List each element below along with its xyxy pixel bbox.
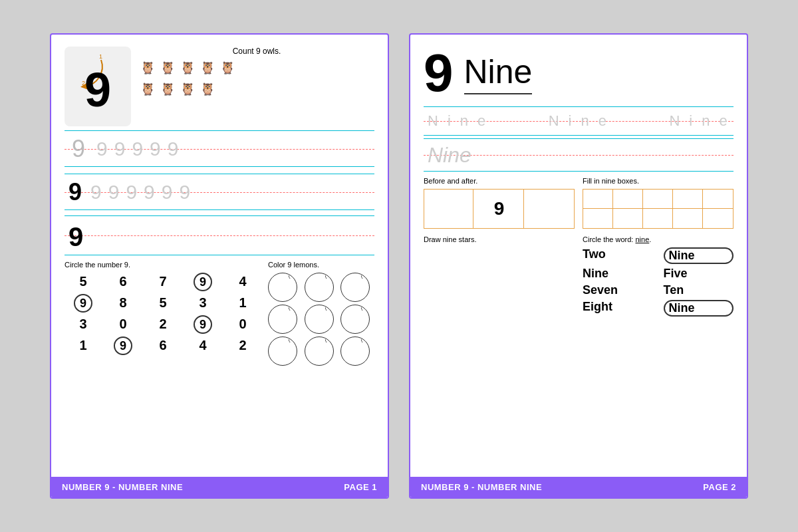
solid-nine: 9 bbox=[68, 178, 82, 206]
word-nine-2: Nine bbox=[583, 267, 653, 281]
fill-box-7 bbox=[613, 209, 643, 228]
num-3: 3 bbox=[184, 294, 221, 313]
ba-nine: 9 bbox=[494, 198, 505, 219]
word-nine-1: Nine bbox=[664, 247, 734, 264]
page1-footer-right: PAGE 1 bbox=[344, 482, 377, 492]
stars-area bbox=[424, 247, 575, 301]
trace-row-1: 9 9 9 9 9 9 bbox=[65, 130, 374, 167]
num-4-r4: 4 bbox=[184, 336, 221, 355]
circle-word-underlined: nine bbox=[635, 235, 649, 243]
lemon-6 bbox=[340, 305, 370, 334]
page1-footer-left: NUMBER 9 - NUMBER NINE bbox=[62, 482, 183, 492]
before-after-boxes: 9 bbox=[424, 189, 575, 229]
ba-box-before bbox=[424, 190, 473, 228]
num-3-r3: 3 bbox=[65, 315, 102, 334]
circle-word-label: Circle the word: nine. bbox=[583, 235, 733, 243]
p2-bottom-section: Draw nine stars. Circle the word: nine. … bbox=[424, 235, 733, 317]
owl-9: 🦉 bbox=[199, 80, 216, 98]
words-grid: Two Nine Nine Five Seven Ten Eight Nine bbox=[583, 247, 733, 317]
large-nine-digit: 9 bbox=[84, 63, 111, 117]
practice-line: 9 bbox=[65, 215, 374, 255]
owl-1: 🦉 bbox=[139, 59, 156, 77]
dotted-nine-4: 9 bbox=[132, 138, 143, 160]
circle-word-section: Circle the word: nine. Two Nine Nine Fiv… bbox=[583, 235, 733, 317]
bottom-section: Circle the number 9. 5 6 7 9 4 9 8 5 3 1 bbox=[65, 261, 374, 366]
page2-footer-left: NUMBER 9 - NUMBER NINE bbox=[421, 482, 542, 492]
page2-content: 9 Nine Nine Nine Nine Nine Before bbox=[410, 35, 747, 477]
color-lemons-label: Color 9 lemons. bbox=[268, 261, 374, 269]
p2-trace-line-2: Nine bbox=[424, 138, 733, 172]
p2-middle-section: Before and after. 9 Fill in nine boxes. bbox=[424, 177, 733, 229]
num-8: 8 bbox=[104, 294, 142, 313]
fill-boxes-label: Fill in nine boxes. bbox=[583, 177, 733, 185]
fill-box-2 bbox=[613, 190, 643, 209]
num-1-r4: 1 bbox=[65, 336, 102, 355]
num-9-r4: 9 bbox=[114, 336, 132, 355]
owl-3: 🦉 bbox=[179, 59, 196, 77]
fill-box-5 bbox=[703, 190, 733, 209]
dotted-nine-3: 9 bbox=[114, 138, 126, 160]
page1-content: 1 2 9 Count 9 owls. 🦉 🦉 🦉 🦉 🦉 🦉 bbox=[51, 35, 388, 477]
owl-2: 🦉 bbox=[159, 59, 176, 77]
word-seven: Seven bbox=[583, 283, 653, 297]
fill-boxes-grid bbox=[583, 189, 733, 229]
ba-box-center: 9 bbox=[475, 190, 524, 228]
num-5-r2: 5 bbox=[144, 294, 182, 313]
lemon-4 bbox=[268, 305, 297, 334]
lemon-7 bbox=[268, 336, 297, 366]
p2-trace-nine-row: Nine Nine Nine bbox=[428, 112, 737, 130]
before-after-section: Before and after. 9 bbox=[424, 177, 575, 229]
dotted-nine-5: 9 bbox=[150, 138, 161, 160]
ba-box-after bbox=[525, 190, 574, 228]
p2-empty-line: Nine Nine Nine bbox=[424, 106, 733, 136]
fill-box-8 bbox=[643, 209, 673, 228]
p2-trace-block: Nine Nine Nine Nine bbox=[424, 106, 733, 172]
lemon-8 bbox=[305, 336, 334, 366]
word-five: Five bbox=[664, 267, 734, 281]
circle-numbers-section: Circle the number 9. 5 6 7 9 4 9 8 5 3 1 bbox=[65, 261, 261, 366]
owls-grid: 🦉 🦉 🦉 🦉 🦉 🦉 🦉 🦉 🦉 bbox=[139, 59, 374, 100]
num-9-r3: 9 bbox=[194, 315, 212, 334]
circle-numbers-label: Circle the number 9. bbox=[65, 261, 261, 269]
num-6: 6 bbox=[104, 273, 142, 291]
fill-box-4 bbox=[673, 190, 703, 209]
lemon-2 bbox=[305, 273, 334, 302]
num-4: 4 bbox=[224, 273, 261, 291]
lemon-1 bbox=[268, 273, 297, 302]
lemon-5 bbox=[305, 305, 334, 334]
dotted-nine-2: 9 bbox=[96, 138, 108, 160]
fill-boxes-section: Fill in nine boxes. bbox=[583, 177, 733, 229]
svg-text:1: 1 bbox=[99, 53, 102, 60]
draw-stars-label: Draw nine stars. bbox=[424, 235, 575, 243]
fill-box-1 bbox=[583, 190, 613, 209]
lemon-3 bbox=[340, 273, 370, 302]
pages-container: 1 2 9 Count 9 owls. 🦉 🦉 🦉 🦉 🦉 🦉 bbox=[23, 7, 775, 525]
num-0-r3: 0 bbox=[224, 315, 261, 334]
num-7: 7 bbox=[144, 273, 182, 291]
num-2-r4: 2 bbox=[224, 336, 261, 355]
draw-stars-section: Draw nine stars. bbox=[424, 235, 575, 317]
fill-box-6 bbox=[583, 209, 613, 228]
page1-footer: NUMBER 9 - NUMBER NINE PAGE 1 bbox=[51, 477, 388, 497]
before-after-label: Before and after. bbox=[424, 177, 575, 185]
page2-footer-right: PAGE 2 bbox=[703, 482, 736, 492]
owl-7: 🦉 bbox=[159, 80, 176, 98]
number-box: 1 2 9 bbox=[65, 47, 131, 126]
lemon-9 bbox=[340, 336, 370, 366]
count-label: Count 9 owls. bbox=[139, 47, 374, 56]
p2-large-nine: 9 bbox=[424, 47, 454, 100]
num-1: 1 bbox=[224, 294, 261, 313]
fill-box-3 bbox=[643, 190, 673, 209]
dotted-nine-1: 9 bbox=[72, 135, 85, 163]
num-0: 0 bbox=[104, 315, 142, 334]
page2-footer: NUMBER 9 - NUMBER NINE PAGE 2 bbox=[410, 477, 747, 497]
owl-6: 🦉 bbox=[139, 80, 156, 98]
p2-word-nine: Nine bbox=[464, 52, 533, 94]
num-2: 2 bbox=[144, 315, 182, 334]
word-eight: Eight bbox=[583, 300, 653, 317]
dotted-nine-r2-3: 9 bbox=[126, 181, 137, 203]
word-two: Two bbox=[583, 247, 653, 264]
trace-row-2: 9 9 9 9 9 9 9 bbox=[65, 174, 374, 210]
p2-trace-nine-big: Nine bbox=[428, 143, 471, 168]
word-nine-3: Nine bbox=[664, 300, 734, 317]
